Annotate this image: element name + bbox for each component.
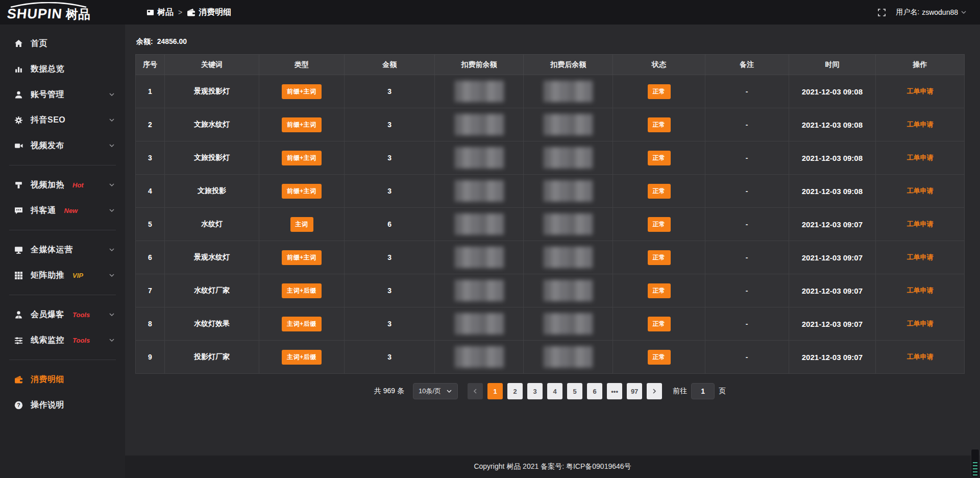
sidebar-item-首页[interactable]: 首页: [0, 31, 125, 56]
next-page-button[interactable]: [647, 383, 662, 399]
sidebar-item-数据总览[interactable]: 数据总览: [0, 56, 125, 82]
sidebar-item-会员爆客[interactable]: 会员爆客 Tools: [0, 302, 125, 327]
cell-type: 前缀+主词: [259, 241, 344, 274]
goto-unit: 页: [719, 387, 726, 396]
ticket-apply-link[interactable]: 工单申请: [907, 220, 934, 228]
cell-status: 正常: [613, 274, 705, 307]
page-button-2[interactable]: 2: [507, 383, 523, 399]
cell-index: 6: [136, 241, 165, 274]
fullscreen-icon[interactable]: [878, 9, 886, 16]
page-button-5[interactable]: 5: [567, 383, 582, 399]
cell-balance-before: [435, 175, 524, 208]
ticket-apply-link[interactable]: 工单申请: [907, 253, 934, 261]
table-row: 9 投影灯厂家 主词+后缀 3 正常 - 2021-12-03 09:07 工单…: [136, 341, 965, 374]
page-size-select[interactable]: 10条/页: [413, 383, 458, 399]
question-icon: ?: [14, 400, 23, 410]
sidebar-item-账号管理[interactable]: 账号管理: [0, 82, 125, 107]
sidebar-item-视频加热[interactable]: 视频加热 Hot: [0, 172, 125, 198]
cell-action: 工单申请: [876, 208, 965, 241]
sidebar-item-label: 消费明细: [31, 374, 64, 385]
ticket-apply-link[interactable]: 工单申请: [907, 87, 934, 95]
masked-balance-before: [455, 180, 504, 202]
cell-index: 3: [136, 141, 165, 175]
status-badge: 正常: [648, 217, 671, 232]
cell-type: 主词+后缀: [259, 341, 344, 374]
consumption-table: 序号关键词类型金额扣费前余额扣费后余额状态备注时间操作 1 景观投影灯 前缀+主…: [135, 54, 965, 374]
goto-page-input[interactable]: [691, 383, 715, 399]
ticket-apply-link[interactable]: 工单申请: [907, 187, 934, 195]
column-header-序号: 序号: [136, 55, 165, 75]
sidebar-item-badge: Hot: [72, 181, 84, 189]
cell-balance-after: [524, 208, 613, 241]
sidebar-item-视频发布[interactable]: 视频发布: [0, 133, 125, 158]
user-menu[interactable]: 用户名: zswodun88: [896, 8, 967, 17]
cell-type: 前缀+主词: [259, 141, 344, 175]
prev-page-button[interactable]: [468, 383, 483, 399]
masked-balance-after: [544, 213, 593, 235]
masked-balance-after: [544, 280, 593, 301]
table-row: 6 景观水纹灯 前缀+主词 3 正常 - 2021-12-03 09:07 工单…: [136, 241, 965, 274]
right-column: 树品 > 消费明细 用户名: zswodun88 余额:24856.00: [125, 0, 980, 478]
sidebar-item-全媒体运营[interactable]: 全媒体运营: [0, 237, 125, 262]
corner-widget[interactable]: [971, 449, 979, 477]
monitor-icon: [14, 245, 23, 254]
ticket-apply-link[interactable]: 工单申请: [907, 286, 934, 294]
sidebar-item-线索监控[interactable]: 线索监控 Tools: [0, 327, 125, 353]
page-button-3[interactable]: 3: [527, 383, 543, 399]
cell-time: 2021-12-03 09:07: [789, 241, 876, 274]
page-button-6[interactable]: 6: [587, 383, 602, 399]
ticket-apply-link[interactable]: 工单申请: [907, 353, 934, 361]
username: zswodun88: [922, 8, 958, 16]
column-header-操作: 操作: [876, 55, 965, 75]
cell-index: 5: [136, 208, 165, 241]
table-row: 4 文旅投影 前缀+主词 3 正常 - 2021-12-03 09:08 工单申…: [136, 175, 965, 208]
dashboard-icon: [146, 9, 154, 16]
cell-action: 工单申请: [876, 75, 965, 108]
cell-remark: -: [705, 307, 789, 341]
cell-remark: -: [705, 175, 789, 208]
cell-action: 工单申请: [876, 108, 965, 141]
cell-status: 正常: [613, 108, 705, 141]
chevron-down-icon: [109, 117, 115, 123]
sidebar-item-label: 首页: [31, 38, 47, 49]
cell-balance-after: [524, 307, 613, 341]
bar-chart-icon: [14, 64, 23, 74]
logo: SHUPIN 树品: [0, 0, 125, 25]
sidebar-item-矩阵助推[interactable]: 矩阵助推 VIP: [0, 262, 125, 288]
sidebar-item-消费明细[interactable]: 消费明细: [0, 367, 125, 392]
ticket-apply-link[interactable]: 工单申请: [907, 121, 934, 128]
cell-action: 工单申请: [876, 241, 965, 274]
breadcrumb-item-current[interactable]: 消费明细: [187, 7, 231, 18]
page-button-4[interactable]: 4: [547, 383, 562, 399]
status-badge: 正常: [648, 317, 671, 331]
footer: Copyright 树品 2021 备案号: 粤ICP备09019646号: [125, 456, 980, 478]
status-badge: 正常: [648, 250, 671, 265]
cell-keyword: 水纹灯厂家: [164, 274, 259, 307]
cell-status: 正常: [613, 208, 705, 241]
sidebar-item-操作说明[interactable]: ? 操作说明: [0, 392, 125, 418]
sidebar-item-label: 全媒体运营: [31, 245, 73, 255]
ticket-apply-link[interactable]: 工单申请: [907, 154, 934, 161]
cell-remark: -: [705, 141, 789, 175]
page-button-1[interactable]: 1: [487, 383, 503, 399]
sidebar-item-抖客通[interactable]: 抖客通 New: [0, 198, 125, 223]
sidebar-item-抖音SEO[interactable]: 抖音SEO: [0, 107, 125, 133]
masked-balance-after: [544, 180, 593, 202]
page-ellipsis[interactable]: •••: [607, 383, 622, 399]
column-header-金额: 金额: [345, 55, 435, 75]
username-label: 用户名:: [896, 8, 919, 17]
cell-action: 工单申请: [876, 274, 965, 307]
cell-amount: 3: [345, 274, 435, 307]
cell-amount: 3: [345, 341, 435, 374]
cell-keyword: 水纹灯效果: [164, 307, 259, 341]
cell-remark: -: [705, 75, 789, 108]
table-row: 8 水纹灯效果 主词+后缀 3 正常 - 2021-12-03 09:07 工单…: [136, 307, 965, 341]
cell-balance-before: [435, 75, 524, 108]
ticket-apply-link[interactable]: 工单申请: [907, 320, 934, 327]
masked-balance-before: [455, 346, 504, 368]
cell-balance-after: [524, 108, 613, 141]
breadcrumb-item-home[interactable]: 树品: [146, 7, 174, 18]
masked-balance-after: [544, 247, 593, 268]
page-button-97[interactable]: 97: [627, 383, 642, 399]
cell-type: 主词: [259, 208, 344, 241]
